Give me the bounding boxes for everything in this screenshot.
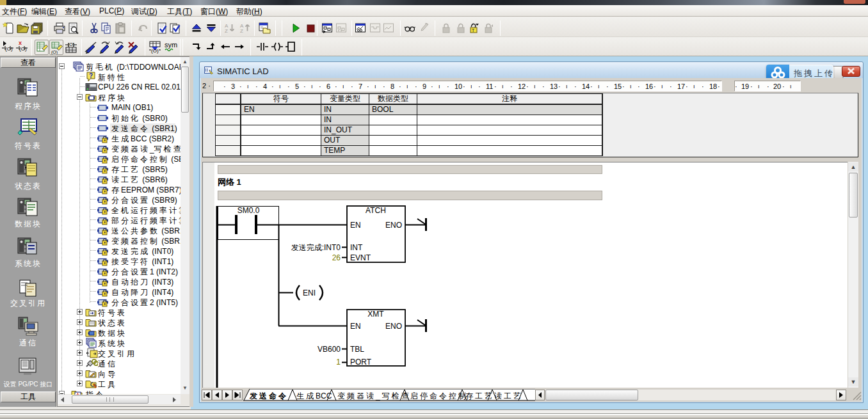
svg-text:1: 1: [336, 358, 341, 367]
svg-text:TBL: TBL: [350, 345, 364, 354]
svg-text:T: T: [472, 28, 475, 33]
svg-text:(O): (O): [19, 46, 27, 52]
svg-text:EN: EN: [350, 322, 361, 331]
svg-text:ENO: ENO: [385, 322, 402, 331]
svg-text:(O): (O): [51, 50, 58, 54]
svg-text:EN: EN: [350, 221, 361, 230]
svg-text:VB600: VB600: [317, 345, 341, 354]
svg-text:?: ?: [89, 72, 93, 79]
svg-text:SM0.0: SM0.0: [237, 206, 260, 215]
svg-text:(O): (O): [5, 46, 13, 52]
svg-text:XMT: XMT: [367, 310, 384, 319]
svg-text:Z: Z: [240, 28, 243, 34]
svg-text:ATCH: ATCH: [366, 206, 386, 215]
svg-text:INT: INT: [350, 243, 363, 252]
svg-text:PORT: PORT: [350, 358, 372, 367]
svg-text:ENI: ENI: [303, 289, 316, 297]
svg-text:ENO: ENO: [385, 221, 402, 230]
svg-text:EVNT: EVNT: [350, 253, 371, 262]
svg-text:(O): (O): [68, 42, 74, 47]
svg-text:sym: sym: [165, 41, 177, 49]
svg-text:发送完成:INT0: 发送完成:INT0: [291, 243, 341, 252]
svg-text:x: x: [19, 40, 22, 46]
svg-text:Z: Z: [225, 28, 228, 34]
svg-text:(O): (O): [151, 48, 159, 54]
svg-text:26: 26: [332, 253, 341, 262]
